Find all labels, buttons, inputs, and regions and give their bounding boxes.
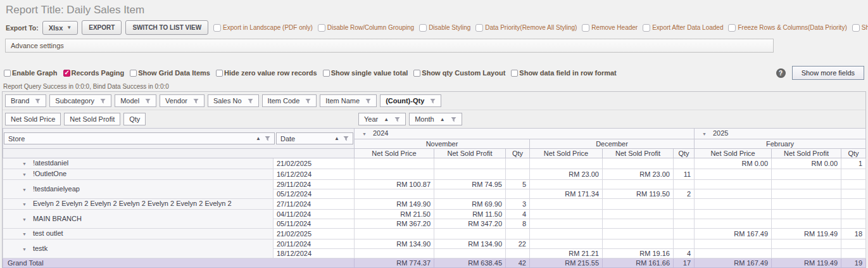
data-field-qty[interactable]: Qty [123, 113, 146, 125]
filter-field-item-code[interactable]: Item Code [262, 94, 317, 107]
filter-field-count-qty[interactable]: (Count)-Qty [380, 94, 441, 107]
row-field-store[interactable]: Store ▲ [4, 132, 275, 144]
export-option-data-priority[interactable]: Data Priority(Remove All Styling) [475, 24, 577, 32]
filter-icon[interactable] [305, 98, 311, 104]
value-cell [530, 229, 603, 239]
collapse-icon[interactable]: ▼ [22, 232, 27, 236]
column-field-year[interactable]: Year▲ [358, 113, 406, 125]
checkbox-icon[interactable] [413, 70, 420, 77]
option-records-paging[interactable]: Records Paging [63, 69, 125, 77]
filter-field-brand[interactable]: Brand [5, 94, 46, 107]
year-group-2025[interactable]: ▼2025 [695, 129, 866, 139]
collapse-icon[interactable]: ▼ [22, 188, 27, 192]
value-cell [695, 180, 772, 189]
filter-field-sales-no[interactable]: Sales No [208, 94, 259, 107]
checkbox-icon[interactable] [4, 70, 11, 77]
filter-icon[interactable] [193, 98, 199, 104]
measure-header: Qty [674, 149, 695, 158]
export-option-remove-header[interactable]: Remove Header [582, 24, 638, 32]
option-enable-graph[interactable]: Enable Graph [4, 69, 58, 77]
data-field-net-sold-profit[interactable]: Net Sold Profit [64, 113, 120, 125]
filter-field-vendor[interactable]: Vendor [160, 94, 204, 107]
checkbox-icon[interactable] [643, 24, 650, 32]
value-cell [603, 239, 674, 249]
value-cell [603, 158, 674, 169]
collapse-icon[interactable]: ▼ [22, 247, 27, 252]
filter-icon[interactable] [451, 117, 456, 122]
option-show-grid-data-items[interactable]: Show Grid Data Items [130, 69, 210, 77]
checkbox-icon[interactable] [318, 24, 325, 32]
filter-icon[interactable] [35, 98, 41, 104]
filter-icon[interactable] [145, 98, 151, 104]
option-show-single-value-total[interactable]: Show single value total [323, 69, 408, 77]
option-hide-zero-value-rows[interactable]: Hide zero value row records [216, 69, 317, 77]
sort-ascending-icon[interactable]: ▲ [334, 134, 339, 143]
value-cell [772, 249, 841, 258]
collapse-icon[interactable]: ▼ [22, 202, 27, 207]
collapse-icon[interactable]: ▼ [22, 217, 27, 222]
checkbox-icon[interactable] [216, 70, 223, 77]
store-cell: ▼test outlet [3, 229, 274, 239]
filter-icon[interactable] [394, 117, 400, 122]
export-option-freeze-rows-columns[interactable]: Freeze Rows & Columns(Data Priority) [728, 24, 846, 32]
value-cell [355, 169, 434, 180]
sort-ascending-icon[interactable]: ▲ [256, 134, 261, 143]
export-format-dropdown[interactable]: Xlsx ▼ [42, 21, 79, 35]
filter-field-subcategory[interactable]: Subcategory [49, 94, 111, 107]
export-option-after-data-loaded[interactable]: Export After Data Loaded [643, 24, 723, 32]
filter-icon[interactable] [343, 136, 349, 141]
column-field-month[interactable]: Month▲ [409, 113, 462, 125]
collapse-icon[interactable]: ▼ [702, 132, 707, 136]
checkbox-icon[interactable] [852, 24, 860, 32]
value-cell: RM 0.00 [772, 158, 841, 169]
collapse-icon[interactable]: ▼ [22, 162, 27, 166]
sort-ascending-icon[interactable]: ▲ [384, 117, 389, 122]
filter-icon[interactable] [248, 98, 253, 104]
data-field-net-sold-price[interactable]: Net Sold Price [5, 113, 61, 125]
export-option-landscape[interactable]: Export in Landscape (PDF only) [213, 24, 313, 32]
row-field-date[interactable]: Date ▲ [276, 132, 353, 144]
checkbox-icon[interactable] [419, 24, 427, 32]
checkbox-icon[interactable] [582, 24, 589, 32]
checkbox-icon[interactable] [323, 70, 330, 77]
value-cell [506, 189, 530, 199]
filter-icon[interactable] [265, 136, 270, 141]
export-option-disable-styling[interactable]: Disable Styling [419, 24, 470, 32]
filter-field-model[interactable]: Model [115, 94, 156, 107]
value-cell [841, 219, 866, 229]
filter-field-item-name[interactable]: Item Name [320, 94, 377, 107]
filter-icon[interactable] [100, 98, 106, 104]
filter-fields-area: Brand Subcategory Model Vendor Sales No … [3, 92, 865, 110]
switch-to-list-view-button[interactable]: SWITCH TO LIST VIEW [125, 20, 208, 35]
year-group-2024[interactable]: ▼2024 [355, 129, 695, 139]
table-row: ▼test outlet 21/02/2025 RM 167.49 RM 119… [3, 229, 866, 239]
show-more-fields-button[interactable]: Show more fields [792, 66, 864, 80]
option-show-qty-custom-layout[interactable]: Show qty Custom Layout [413, 69, 505, 77]
value-cell [434, 169, 506, 180]
month-header-december: December [530, 139, 695, 149]
help-icon[interactable]: ? [776, 68, 786, 78]
checkbox-icon[interactable] [130, 70, 137, 77]
value-cell: 5 [506, 180, 530, 189]
sort-ascending-icon[interactable]: ▲ [440, 117, 445, 122]
checkbox-icon[interactable] [511, 70, 518, 77]
export-option-disable-grouping[interactable]: Disable Row/Column Grouping [318, 24, 414, 32]
checkbox-icon[interactable] [213, 24, 221, 32]
advance-settings-bar[interactable]: Advance settings [5, 39, 774, 53]
export-option-store-name[interactable]: Show store name instead of 'All' [852, 24, 868, 32]
date-cell: 05/11/2024 [274, 219, 355, 229]
filter-icon[interactable] [365, 98, 371, 104]
checkbox-icon[interactable] [728, 24, 736, 32]
filter-icon[interactable] [430, 98, 436, 104]
checkbox-icon[interactable] [475, 24, 483, 32]
export-button[interactable]: EXPORT [82, 20, 122, 35]
value-cell [530, 199, 603, 210]
option-data-field-row-format[interactable]: Show data field in row format [511, 69, 616, 77]
checkbox-checked-icon[interactable] [63, 70, 70, 77]
value-cell [530, 219, 603, 229]
value-cell [506, 169, 530, 180]
collapse-icon[interactable]: ▼ [362, 132, 367, 136]
collapse-icon[interactable]: ▼ [22, 172, 27, 177]
value-cell: 17 [674, 258, 695, 268]
month-header-february: February [695, 139, 866, 149]
